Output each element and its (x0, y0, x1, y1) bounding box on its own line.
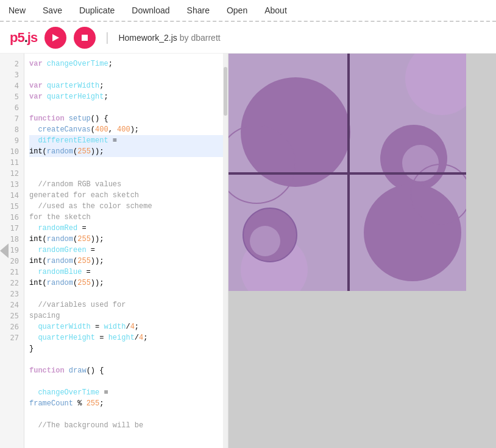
sketch-canvas (229, 54, 466, 291)
line-num-26: 26 (0, 321, 24, 332)
line-num-24: 24 (0, 299, 24, 310)
line-num-5: 5 (0, 91, 24, 102)
play-button[interactable] (44, 27, 66, 49)
arc-top-right (405, 54, 467, 115)
line-num-2: 2 (0, 58, 24, 69)
nav-duplicate[interactable]: Duplicate (77, 4, 117, 16)
svg-rect-1 (82, 35, 88, 41)
line-num-21: 21 (0, 267, 24, 278)
line-num-15: 15 (0, 201, 24, 212)
line-num-17: 17 (0, 223, 24, 234)
sketch-info: Homework_2.js by dbarrett (118, 33, 220, 43)
nav-download[interactable]: Download (129, 4, 172, 16)
line-num-14: 14 (0, 190, 24, 201)
line-num-6: 6 (0, 102, 24, 113)
sketch-name: Homework_2.js (118, 33, 177, 43)
main-content: 2 3 4 5 6 7 8 9 10 11 12 13 14 15 16 17 … (0, 54, 496, 448)
line-num-4: 4 (0, 80, 24, 91)
preview-panel (229, 54, 496, 448)
line-num-9: 9 (0, 135, 24, 146)
top-navigation: New Save Duplicate Download Share Open A… (0, 0, 496, 22)
line-num-7: 7 (0, 113, 24, 124)
editor-panel: 2 3 4 5 6 7 8 9 10 11 12 13 14 15 16 17 … (0, 54, 229, 448)
nav-open[interactable]: Open (224, 4, 250, 16)
line-num-16: 16 (0, 212, 24, 223)
line-num-10: 10 (0, 146, 24, 157)
nav-save[interactable]: Save (40, 4, 65, 16)
header-divider: | (105, 30, 108, 44)
by-text: by (180, 33, 191, 43)
line-num-20: 20 (0, 256, 24, 267)
line-num-27: 27 (0, 332, 24, 343)
code-editor[interactable]: var changeOverTime; var quarterWidth; va… (24, 54, 228, 448)
line-num-22: 22 (0, 278, 24, 289)
nav-about[interactable]: About (262, 4, 289, 16)
line-num-12: 12 (0, 168, 24, 179)
canvas-background (229, 54, 466, 291)
scrollbar-thumb[interactable] (224, 67, 227, 116)
svg-marker-0 (52, 34, 59, 41)
p5-logo: p5.js (10, 30, 37, 46)
nav-new[interactable]: New (6, 4, 28, 16)
line-num-25: 25 (0, 310, 24, 321)
line-num-18: 18 (0, 234, 24, 245)
vertical-divider (347, 54, 350, 291)
line-num-3: 3 (0, 69, 24, 80)
editor-header: p5.js | Homework_2.js by dbarrett (0, 22, 496, 54)
line-num-8: 8 (0, 124, 24, 135)
line-num-13: 13 (0, 179, 24, 190)
stop-button[interactable] (74, 27, 96, 49)
scrollbar-track[interactable] (223, 54, 228, 448)
line-num-23: 23 (0, 289, 24, 299)
line-num-11: 11 (0, 157, 24, 168)
author-name: dbarrett (191, 33, 220, 43)
nav-share[interactable]: Share (185, 4, 212, 16)
